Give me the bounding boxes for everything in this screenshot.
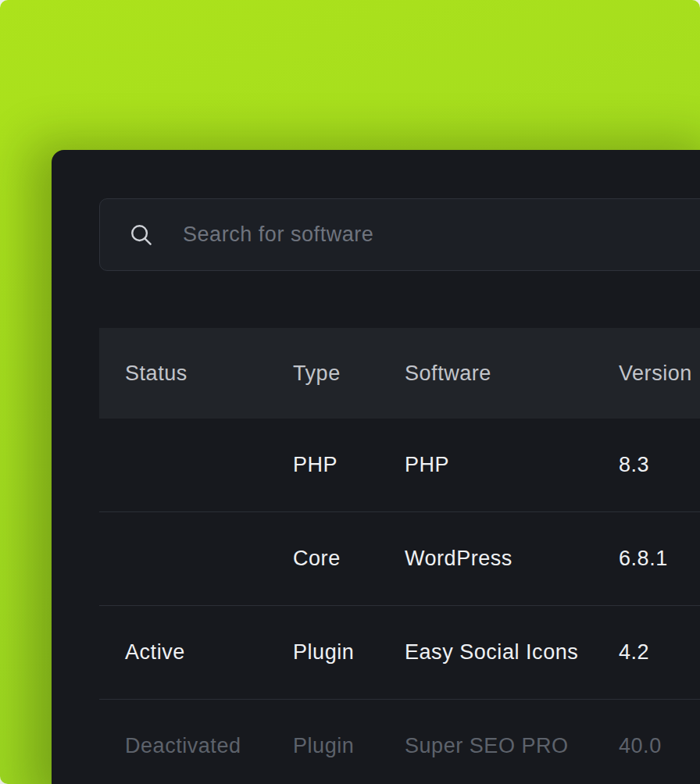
cell-software: PHP [405,453,619,477]
table-row: Active Plugin Easy Social Icons 4.2 [99,605,700,699]
column-header-software: Software [405,362,619,386]
cell-status: Deactivated [125,734,293,758]
column-header-type: Type [293,362,405,386]
cell-software: Easy Social Icons [405,640,619,665]
search-icon [128,222,155,248]
cell-type: Core [293,547,405,571]
table-row: PHP PHP 8.3 [99,419,700,511]
table-body: PHP PHP 8.3 Core WordPress 6.8.1 Active … [99,419,700,784]
search-input[interactable] [181,222,700,248]
table-header: Status Type Software Version [99,328,700,419]
cell-type: PHP [293,453,405,477]
content-panel: Status Type Software Version PHP PHP 8.3… [52,150,700,784]
table-row: Core WordPress 6.8.1 [99,511,700,605]
cell-software: Super SEO PRO [405,734,619,758]
column-header-version: Version [619,362,700,386]
column-header-status: Status [125,362,293,386]
cell-status: Active [125,640,293,665]
cell-version: 4.2 [619,640,700,665]
cell-type: Plugin [293,734,405,758]
software-table: Status Type Software Version PHP PHP 8.3… [99,328,700,784]
cell-version: 40.0 [619,734,700,758]
cell-type: Plugin [293,640,405,665]
search-field[interactable] [99,198,700,271]
cell-software: WordPress [405,547,619,571]
cell-version: 6.8.1 [619,547,700,571]
table-row: Deactivated Plugin Super SEO PRO 40.0 [99,699,700,784]
cell-version: 8.3 [619,453,700,477]
